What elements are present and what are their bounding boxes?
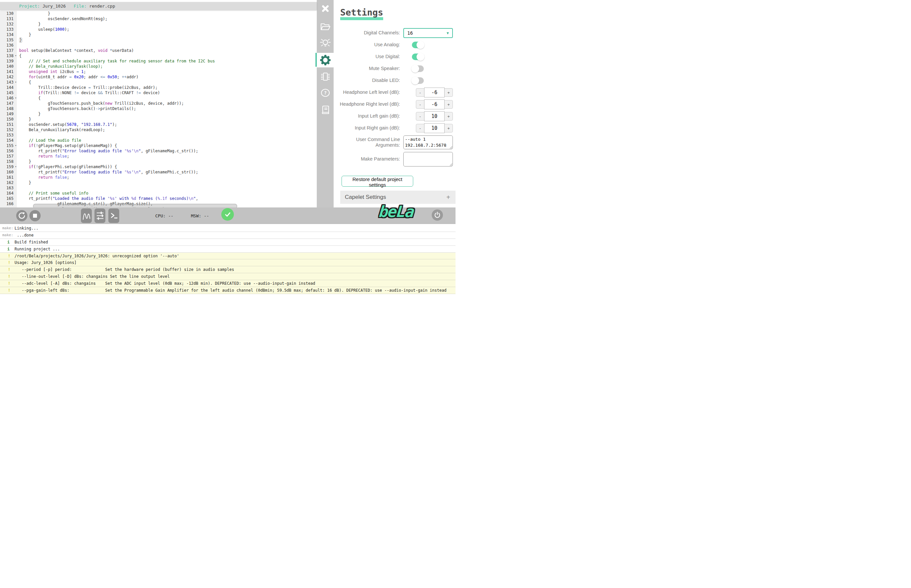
input-left-gain-label: Input Left gain (dB): [336, 113, 400, 119]
code-editor[interactable]: 130131132133134135136137138▾139140141142… [0, 10, 317, 207]
use-analog-toggle[interactable] [412, 42, 424, 48]
code-line[interactable]: // Print some useful info [19, 191, 317, 196]
decrement-button[interactable]: - [416, 112, 425, 121]
code-line[interactable]: } [19, 37, 317, 43]
active-tab-accent [315, 53, 317, 67]
code-line[interactable]: return false; [19, 175, 317, 180]
status-ok-indicator[interactable] [221, 208, 234, 221]
console-row[interactable]: iRunning project ... [0, 246, 456, 253]
make-prefix: make: [0, 233, 15, 237]
decrement-button[interactable]: - [416, 88, 425, 97]
fold-arrow-icon[interactable]: ▾ [15, 164, 17, 170]
console-row[interactable]: make:Linking... [0, 225, 456, 232]
fold-arrow-icon[interactable]: ▾ [15, 80, 17, 85]
code-line[interactable] [19, 132, 317, 138]
code-line[interactable]: // Load the audio file [19, 138, 317, 143]
warning-icon: ! [0, 254, 15, 258]
restore-defaults-button[interactable]: Restore default project settings [342, 176, 413, 187]
code-line[interactable]: // // Set and schedule auxiliary task fo… [19, 58, 317, 64]
gutter-line-number: 141 [0, 69, 17, 74]
code-line[interactable]: for(uint8_t addr = 0x20; addr <= 0x50; +… [19, 74, 317, 80]
increment-button[interactable]: + [444, 112, 453, 121]
console-row[interactable]: ! --period [-p] period: Set the hardware… [0, 266, 456, 273]
console-row[interactable]: ! --line-out-level [-D] dBs: changains S… [0, 273, 456, 280]
digital-channels-select[interactable]: 16 ▼ [403, 28, 453, 38]
console-row[interactable]: make: ...done [0, 232, 456, 239]
input-right-gain-value[interactable]: 10 [424, 123, 444, 133]
code-line[interactable]: if(!gPlayerPhi.setup(gFilenamePhi)) { [19, 164, 317, 170]
decrement-button[interactable]: - [416, 100, 425, 109]
make-parameters-input[interactable] [403, 152, 453, 166]
code-line[interactable]: { [19, 53, 317, 58]
code-line[interactable]: if(Trill::NONE != device && Trill::CRAFT… [19, 90, 317, 95]
console-row[interactable]: iBuild finished [0, 239, 456, 246]
code-line[interactable]: // Bela_runAuxiliaryTask(loop); [19, 64, 317, 69]
examples-button[interactable] [317, 36, 334, 50]
code-line[interactable]: unsigned int i2cBus = 1; [19, 69, 317, 74]
console-row[interactable]: ! --pga-gain-left dBs: Set the Programma… [0, 287, 456, 294]
code-line[interactable]: rt_printf("Error loading audio file '%s'… [19, 170, 317, 175]
fold-arrow-icon[interactable]: ▾ [15, 95, 17, 101]
editor-code[interactable]: } oscSender.sendNonRt(msg); } usleep(100… [19, 11, 317, 207]
code-line[interactable]: } [19, 111, 317, 116]
oscilloscope-button[interactable] [81, 208, 92, 223]
run-button[interactable] [16, 210, 27, 221]
increment-button[interactable]: + [444, 124, 453, 132]
fold-arrow-icon[interactable]: ▾ [15, 53, 17, 58]
console-output[interactable]: make:Linking...make: ...doneiBuild finis… [0, 224, 456, 294]
expand-plus-icon[interactable]: + [446, 194, 450, 201]
headphone-left-value[interactable]: -6 [424, 87, 444, 97]
code-line[interactable]: if(!gPlayerMag.setup(gFilenameMag)) { [19, 143, 317, 148]
fold-arrow-icon[interactable]: ▾ [15, 143, 17, 148]
code-line[interactable]: rt_printf("Loaded the audio file '%s' wi… [19, 196, 317, 201]
code-line[interactable]: gTouchSensors.back()->printDetails(); [19, 106, 317, 111]
use-digital-toggle[interactable] [412, 53, 424, 60]
code-line[interactable]: oscSender.setup(5678, "192.168.7.1"); [19, 122, 317, 127]
power-button[interactable] [432, 210, 443, 221]
user-cli-args-input[interactable]: --auto 1 192.168.7.2:5678 [403, 136, 453, 149]
code-line[interactable]: } [19, 159, 317, 164]
console-row[interactable]: !Usage: Jury_1026 [options] [0, 259, 456, 266]
code-line[interactable] [19, 43, 317, 48]
code-line[interactable]: } [19, 32, 317, 37]
headphone-right-value[interactable]: -6 [424, 99, 444, 109]
code-line[interactable] [19, 185, 317, 191]
code-line[interactable]: Bela_runAuxiliaryTask(readLoop); [19, 127, 317, 132]
input-left-gain-value[interactable]: 10 [424, 111, 444, 121]
gutter-line-number: 166 [0, 201, 17, 207]
code-line[interactable]: bool setup(BelaContext *context, void *u… [19, 48, 317, 53]
code-line[interactable]: return false; [19, 153, 317, 159]
headphone-left-row: Headphone Left level (dB): - -6 + [336, 87, 454, 99]
capelet-settings-accordion[interactable]: Capelet Settings + [340, 191, 456, 204]
documentation-button[interactable] [317, 102, 334, 117]
code-line[interactable]: } [19, 180, 317, 185]
mute-speaker-toggle[interactable] [412, 65, 424, 72]
gutter-line-number: 142 [0, 74, 17, 80]
pin-config-button[interactable] [317, 69, 334, 84]
help-button[interactable]: ? [317, 86, 334, 100]
code-line[interactable]: } [19, 116, 317, 122]
project-explorer-button[interactable] [317, 19, 334, 34]
decrement-button[interactable]: - [416, 124, 425, 132]
code-line[interactable]: rt_printf("Error loading audio file '%s'… [19, 148, 317, 153]
console-row[interactable]: !/root/Bela/projects/Jury_1026/Jury_1026… [0, 253, 456, 260]
input-right-gain-row: Input Right gain (dB): - 10 + [336, 122, 454, 134]
code-line[interactable]: usleep(1000); [19, 27, 317, 32]
controls-button[interactable] [94, 208, 105, 223]
console-button[interactable] [108, 208, 119, 223]
code-line[interactable]: { [19, 80, 317, 85]
horizontal-scrollbar[interactable] [33, 204, 237, 207]
code-line[interactable]: } [19, 21, 317, 27]
close-panel-button[interactable] [317, 1, 334, 16]
settings-tab-button[interactable] [317, 53, 334, 67]
code-line[interactable]: Trill::Device device = Trill::probe(i2cB… [19, 85, 317, 90]
code-line[interactable]: gTouchSensors.push_back(new Trill(i2cBus… [19, 101, 317, 106]
code-line[interactable]: oscSender.sendNonRt(msg); [19, 16, 317, 21]
increment-button[interactable]: + [444, 88, 453, 97]
code-line[interactable]: } [19, 11, 317, 16]
code-line[interactable]: { [19, 95, 317, 101]
stop-button[interactable] [29, 210, 40, 221]
disable-led-toggle[interactable] [412, 77, 424, 84]
increment-button[interactable]: + [444, 100, 453, 109]
console-row[interactable]: ! --adc-level [-A] dBs: changains Set th… [0, 280, 456, 287]
